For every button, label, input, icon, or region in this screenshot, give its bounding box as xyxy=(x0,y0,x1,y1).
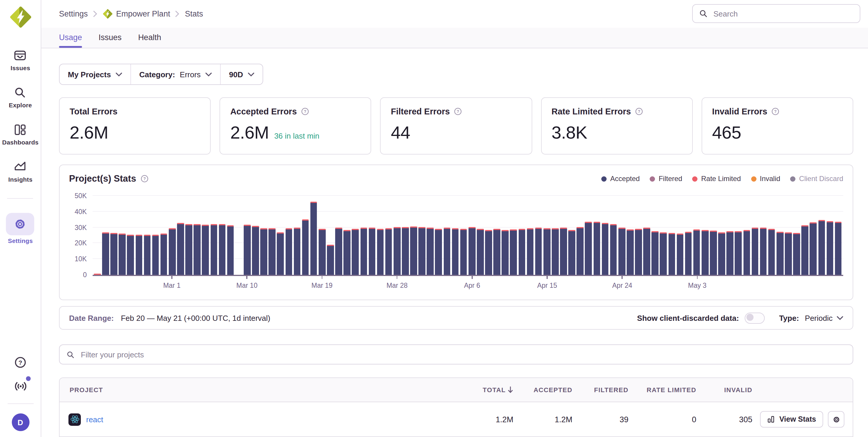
chart-title: Project(s) Stats xyxy=(69,173,136,184)
tab-health[interactable]: Health xyxy=(138,33,161,48)
bar xyxy=(635,229,642,275)
legend-item-accepted[interactable]: Accepted xyxy=(601,174,640,183)
bar xyxy=(601,223,608,275)
table-header: PROJECT TOTAL ACCEPTED FILTERED RATE LIM… xyxy=(60,378,852,402)
bar xyxy=(677,233,683,275)
page-content: My Projects Category: Errors 90D xyxy=(41,48,868,437)
x-tick xyxy=(321,276,322,279)
breadcrumb-org-label: Empower Plant xyxy=(116,9,170,18)
broadcast-button[interactable] xyxy=(13,379,27,393)
stat-card-value: 465 xyxy=(712,123,741,143)
breadcrumb-organization[interactable]: Empower Plant xyxy=(103,9,170,19)
org-logo-small-icon xyxy=(103,9,113,19)
type-select[interactable]: Periodic xyxy=(805,313,843,322)
project-settings-button[interactable] xyxy=(828,411,844,428)
search-icon xyxy=(699,9,708,19)
column-accepted[interactable]: ACCEPTED xyxy=(514,386,572,393)
chart-plot[interactable] xyxy=(93,191,843,276)
bar xyxy=(244,225,250,275)
date-range-value: Feb 20 — May 21 (+00:00 UTC, 1d interval… xyxy=(121,313,271,322)
legend-item-filtered[interactable]: Filtered xyxy=(650,174,682,183)
tab-issues[interactable]: Issues xyxy=(98,33,122,48)
sidebar-item-insights[interactable]: Insights xyxy=(8,160,32,183)
view-stats-button[interactable]: View Stats xyxy=(760,411,823,428)
org-logo[interactable] xyxy=(9,6,32,31)
column-rate-limited[interactable]: RATE LIMITED xyxy=(628,386,696,393)
type-label: Type: xyxy=(779,313,799,322)
react-platform-icon xyxy=(68,413,81,426)
breadcrumb-settings[interactable]: Settings xyxy=(59,9,88,18)
sidebar-item-settings[interactable]: Settings xyxy=(6,213,34,244)
bar xyxy=(494,229,500,275)
help-circle-icon[interactable]: ? xyxy=(140,174,148,183)
bar xyxy=(544,228,550,275)
legend-dot xyxy=(692,176,698,181)
sidebar-item-label: Insights xyxy=(8,176,32,183)
sidebar-item-issues[interactable]: Issues xyxy=(11,48,30,71)
avatar[interactable]: D xyxy=(11,413,29,431)
legend-item-invalid[interactable]: Invalid xyxy=(751,174,780,183)
category-filter[interactable]: Category: Errors xyxy=(130,64,220,84)
chart-area: 0 10K 20K 30K 40K 50K Mar 1Mar 10Mar 19M… xyxy=(69,191,843,294)
bar xyxy=(269,228,276,275)
notification-dot xyxy=(26,376,30,381)
legend-item-rate-limited[interactable]: Rate Limited xyxy=(692,174,741,183)
stat-card-accepted-errors: Accepted Errors ? 2.6M 36 in last min xyxy=(219,97,371,155)
bar xyxy=(102,232,109,275)
help-circle-icon[interactable]: ? xyxy=(772,107,780,115)
x-tick xyxy=(397,276,397,279)
main-area: Settings Empower Plant Stats xyxy=(41,0,868,437)
bar xyxy=(227,226,234,275)
bar xyxy=(385,228,392,275)
sidebar-divider xyxy=(7,198,33,199)
bar xyxy=(310,202,317,275)
x-tick xyxy=(622,276,623,279)
y-tick-label: 30K xyxy=(75,224,87,231)
svg-text:?: ? xyxy=(19,359,23,366)
project-filter-input[interactable] xyxy=(80,349,846,360)
bar xyxy=(693,229,700,275)
bar xyxy=(277,233,284,275)
projects-filter[interactable]: My Projects xyxy=(60,64,130,84)
search-icon xyxy=(13,86,27,100)
column-filtered[interactable]: FILTERED xyxy=(572,386,628,393)
x-tick-label: Apr 6 xyxy=(464,282,480,289)
bar xyxy=(552,228,559,275)
sidebar-item-dashboards[interactable]: Dashboards xyxy=(2,123,38,146)
bar xyxy=(202,225,209,275)
date-range-label: Date Range: xyxy=(69,313,114,322)
legend-item-client-discard[interactable]: Client Discard xyxy=(790,174,843,183)
project-filter[interactable] xyxy=(59,344,853,365)
app-window: Issues Explore xyxy=(0,0,868,437)
bar xyxy=(210,224,217,275)
bar xyxy=(502,230,509,275)
search-input[interactable] xyxy=(712,9,854,19)
column-total[interactable]: TOTAL xyxy=(460,386,514,393)
column-project[interactable]: PROJECT xyxy=(60,386,460,393)
help-circle-icon[interactable]: ? xyxy=(635,107,643,115)
help-button[interactable]: ? xyxy=(13,355,27,369)
bar xyxy=(152,234,159,275)
tab-usage[interactable]: Usage xyxy=(59,33,82,48)
stat-card-title: Total Errors xyxy=(70,107,117,116)
bar xyxy=(94,274,101,275)
date-range-bar: Date Range: Feb 20 — May 21 (+00:00 UTC,… xyxy=(59,306,853,330)
help-circle-icon[interactable]: ? xyxy=(454,107,462,115)
cell-filtered: 39 xyxy=(572,415,628,424)
column-invalid[interactable]: INVALID xyxy=(696,386,752,393)
bar xyxy=(352,229,359,275)
sort-desc-icon xyxy=(507,386,514,393)
sidebar-item-explore[interactable]: Explore xyxy=(9,86,32,108)
stat-card-value: 44 xyxy=(391,123,410,143)
svg-text:?: ? xyxy=(638,109,641,114)
global-search[interactable] xyxy=(692,4,860,23)
client-discard-toggle[interactable] xyxy=(745,312,765,324)
date-range-filter[interactable]: 90D xyxy=(220,64,262,84)
y-tick-label: 20K xyxy=(75,240,87,247)
project-link[interactable]: react xyxy=(86,415,103,424)
x-tick-label: Mar 28 xyxy=(386,282,408,289)
bar xyxy=(568,230,575,275)
bar xyxy=(718,233,725,275)
help-circle-icon[interactable]: ? xyxy=(301,107,309,115)
bar xyxy=(618,228,625,275)
